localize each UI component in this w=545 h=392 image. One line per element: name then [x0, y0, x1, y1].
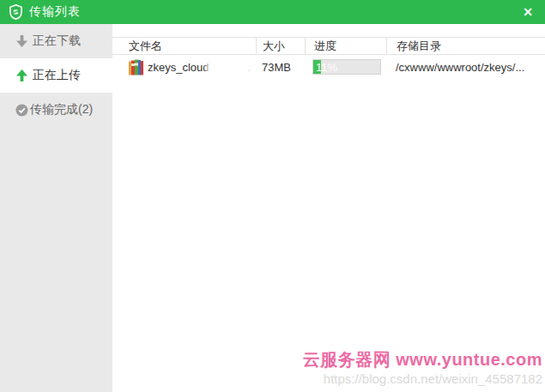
archive-file-icon: [129, 59, 143, 75]
sidebar-item-completed[interactable]: 传输完成(2): [0, 93, 112, 127]
progress-bar: 11%: [312, 59, 381, 75]
transfer-list-window: 传输列表 ✕ 正在下载: [0, 0, 545, 392]
sidebar-item-label: 传输完成(2): [30, 102, 93, 118]
progress-cell: 11%: [305, 55, 386, 79]
upload-arrow-icon: [15, 69, 28, 82]
sidebar-item-uploading[interactable]: 正在上传: [0, 58, 112, 93]
transfer-table: 文件名 大小 进度 存储目录 zkeys_cloud.: [112, 24, 545, 392]
header-progress: 进度: [305, 38, 386, 54]
censored-filename-blur: [210, 61, 248, 74]
download-arrow-icon: [15, 34, 28, 48]
table-header-row: 文件名 大小 进度 存储目录: [112, 37, 545, 55]
header-filename: 文件名: [112, 38, 256, 54]
file-name-suffix: .: [248, 61, 251, 74]
check-circle-icon: [15, 103, 28, 117]
app-shield-logo-icon: [8, 4, 23, 21]
watermark-url: https://blog.csdn.net/weixin_45587182: [303, 371, 542, 386]
header-directory: 存储目录: [386, 38, 545, 54]
watermark-site: 云服务器网 www.yuntue.com: [303, 350, 542, 370]
storage-directory: /cxwww/wwwroot/zkeys/...: [386, 55, 545, 79]
file-size: 73MB: [256, 55, 305, 79]
table-row[interactable]: zkeys_cloud. 73MB 11% /cxwww/wwwroot/zke…: [112, 55, 545, 79]
header-size: 大小: [256, 38, 305, 54]
titlebar: 传输列表 ✕: [0, 0, 545, 24]
progress-label: 11%: [316, 60, 337, 74]
close-button[interactable]: ✕: [511, 0, 545, 24]
sidebar-item-label: 正在上传: [33, 68, 81, 83]
sidebar-item-downloading[interactable]: 正在下载: [0, 24, 112, 58]
sidebar: 正在下载 正在上传 传输完成(2): [0, 24, 112, 392]
file-cell: zkeys_cloud.: [112, 55, 256, 79]
watermark: 云服务器网 www.yuntue.com https://blog.csdn.n…: [303, 350, 542, 386]
window-title: 传输列表: [29, 4, 81, 20]
sidebar-item-label: 正在下载: [33, 33, 81, 49]
file-name: zkeys_cloud: [148, 61, 209, 74]
